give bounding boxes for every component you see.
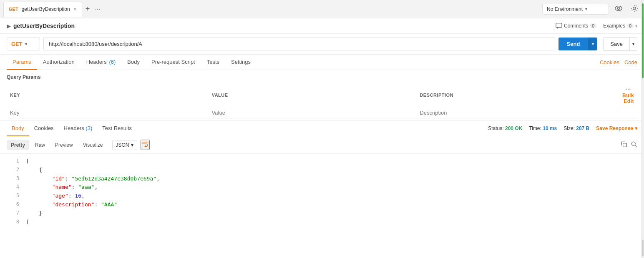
chevron-down-icon: ▾ xyxy=(25,42,27,46)
copy-button[interactable] xyxy=(621,141,627,149)
line-number: 7 xyxy=(7,209,19,218)
col-description-header: DESCRIPTION xyxy=(416,83,619,107)
format-type-label: JSON xyxy=(116,142,129,148)
send-button[interactable]: Send xyxy=(558,38,589,50)
tab-authorization[interactable]: Authorization xyxy=(37,55,80,70)
time-label: Time: 10 ms xyxy=(529,125,557,131)
wrap-button[interactable] xyxy=(141,140,150,150)
response-tab-test-results[interactable]: Test Results xyxy=(97,121,137,136)
tab-method-badge: GET xyxy=(9,7,18,12)
tab-tests[interactable]: Tests xyxy=(201,55,225,70)
line-number: 8 xyxy=(7,218,19,227)
eye-icon[interactable] xyxy=(612,4,625,15)
request-tabs-nav: Params Authorization Headers (6) Body Pr… xyxy=(0,55,644,70)
more-options-icon[interactable]: ··· xyxy=(626,86,631,93)
response-tab-headers[interactable]: Headers (3) xyxy=(59,121,98,136)
col-actions-header: ··· Bulk Edit xyxy=(619,83,637,107)
env-selector: No Environment ▾ xyxy=(542,3,641,15)
comments-button[interactable]: Comments 0 xyxy=(556,23,596,29)
tab-headers[interactable]: Headers (6) xyxy=(80,55,122,70)
tab-params[interactable]: Params xyxy=(7,55,37,70)
chevron-down-icon: ▾ xyxy=(585,7,587,11)
response-tab-body[interactable]: Body xyxy=(7,121,29,136)
svg-rect-3 xyxy=(556,23,562,28)
query-params-section: Query Params KEY VALUE DESCRIPTION ··· xyxy=(0,70,644,119)
tab-body[interactable]: Body xyxy=(121,55,146,70)
method-select[interactable]: GET ▾ xyxy=(7,38,40,50)
line-number: 6 xyxy=(7,200,19,209)
cookies-link[interactable]: Cookies xyxy=(600,59,619,65)
gear-icon[interactable] xyxy=(628,3,641,15)
body-format-bar: Pretty Raw Preview Visualize JSON ▾ xyxy=(0,136,644,154)
environment-dropdown[interactable]: No Environment ▾ xyxy=(542,4,609,15)
save-button[interactable]: Save xyxy=(603,37,630,51)
json-line-8: 8 ] xyxy=(7,218,637,227)
send-group: Send ▾ xyxy=(558,38,598,50)
method-label: GET xyxy=(11,41,23,47)
tab-pre-request-script[interactable]: Pre-request Script xyxy=(146,55,201,70)
size-label: Size: 207 B xyxy=(564,125,589,131)
chevron-down-icon: ▾ xyxy=(635,125,637,131)
close-tab-icon[interactable]: × xyxy=(73,6,77,13)
more-tabs-button[interactable]: ··· xyxy=(92,5,103,13)
response-status-bar: Status: 200 OK Time: 10 ms Size: 207 B S… xyxy=(488,125,637,131)
time-value: 10 ms xyxy=(543,125,557,131)
format-preview-tab[interactable]: Preview xyxy=(51,140,77,150)
tabs-right-actions: Cookies Code xyxy=(600,59,637,65)
add-tab-button[interactable]: + xyxy=(83,5,93,13)
svg-point-0 xyxy=(615,6,622,10)
chevron-down-icon: ▾ xyxy=(635,24,637,28)
url-bar: GET ▾ Send ▾ Save ▾ xyxy=(0,34,644,55)
line-number: 5 xyxy=(7,192,19,200)
line-number: 2 xyxy=(7,166,19,175)
scrollbar-thumb xyxy=(642,3,644,78)
line-number: 4 xyxy=(7,183,19,192)
key-input[interactable] xyxy=(10,110,205,116)
response-tab-cookies[interactable]: Cookies xyxy=(29,121,59,136)
status-value: 200 OK xyxy=(505,125,522,131)
comments-label: Comments xyxy=(564,23,588,29)
json-line-4: 4 "name": "aaa", xyxy=(7,183,637,192)
examples-button[interactable]: Examples 0 ▾ xyxy=(603,23,637,29)
code-link[interactable]: Code xyxy=(624,59,637,65)
col-key-header: KEY xyxy=(7,83,209,107)
format-pretty-tab[interactable]: Pretty xyxy=(7,140,29,150)
expand-arrow-icon[interactable]: ▶ xyxy=(7,23,11,29)
tab-settings[interactable]: Settings xyxy=(225,55,257,70)
bulk-edit-button[interactable]: Bulk Edit xyxy=(622,93,634,104)
body-actions xyxy=(621,141,637,149)
json-line-1: 1 [ xyxy=(7,157,637,166)
request-tab[interactable]: GET getUserByDescription × xyxy=(3,2,82,17)
chevron-down-icon: ▾ xyxy=(131,142,133,148)
json-line-7: 7 } xyxy=(7,209,637,218)
query-params-title: Query Params xyxy=(7,74,637,80)
format-type-select[interactable]: JSON ▾ xyxy=(112,140,137,150)
format-raw-tab[interactable]: Raw xyxy=(31,140,49,150)
examples-count: 0 xyxy=(627,23,634,28)
request-title: getUserByDescription xyxy=(13,23,556,29)
params-table: KEY VALUE DESCRIPTION ··· Bulk Edit xyxy=(7,83,637,119)
save-response-button[interactable]: Save Response ▾ xyxy=(596,125,637,131)
json-line-5: 5 "age": 16, xyxy=(7,192,637,200)
json-line-2: 2 { xyxy=(7,166,637,175)
tab-bar: GET getUserByDescription × + ··· No Envi… xyxy=(0,0,644,18)
search-button[interactable] xyxy=(631,141,637,149)
response-tabs-bar: Body Cookies Headers (3) Test Results St… xyxy=(0,121,644,136)
line-number: 3 xyxy=(7,175,19,183)
svg-point-5 xyxy=(631,142,635,145)
send-split-button[interactable]: ▾ xyxy=(588,38,597,50)
svg-point-2 xyxy=(633,7,636,9)
value-input[interactable] xyxy=(212,110,413,116)
save-group: Save ▾ xyxy=(603,37,637,51)
right-scrollbar[interactable] xyxy=(641,0,644,230)
json-body: 1 [ 2 { 3 "id": "5ed612d3a4247e38d0b7e69… xyxy=(0,154,644,230)
url-input[interactable] xyxy=(43,38,555,50)
json-line-6: 6 "description": "AAA" xyxy=(7,200,637,209)
env-label: No Environment xyxy=(547,6,583,12)
save-split-button[interactable]: ▾ xyxy=(630,37,637,51)
description-input[interactable] xyxy=(420,110,616,116)
status-label: Status: 200 OK xyxy=(488,125,522,131)
format-visualize-tab[interactable]: Visualize xyxy=(79,140,107,150)
response-section: Body Cookies Headers (3) Test Results St… xyxy=(0,120,644,230)
json-line-3: 3 "id": "5ed612d3a4247e38d0b7e69a", xyxy=(7,175,637,183)
